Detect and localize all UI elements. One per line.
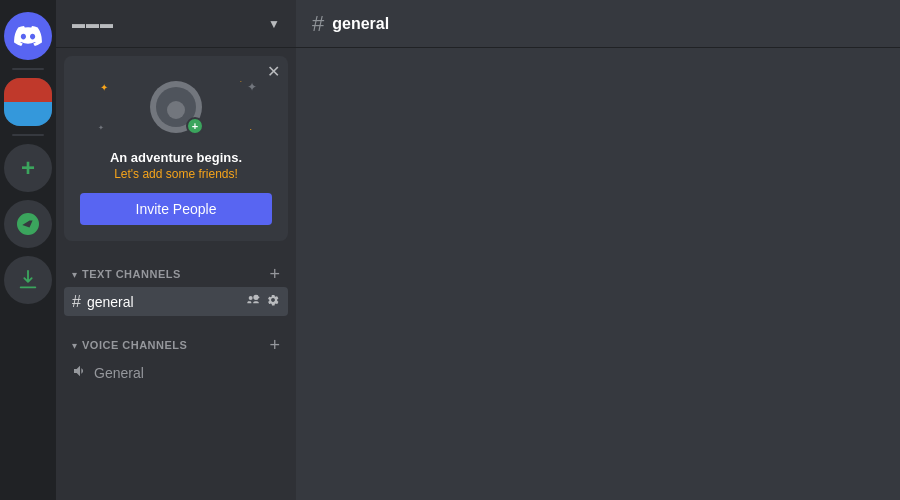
text-channels-title: TEXT CHANNELS <box>82 268 181 280</box>
add-text-channel-button[interactable]: + <box>269 265 280 283</box>
voice-channels-title: VOICE CHANNELS <box>82 339 187 351</box>
invite-popup: ✕ ✦ · ✦ ✦ · + An adventure begins. Let's… <box>64 56 288 241</box>
chevron-down-icon: ▼ <box>268 17 280 31</box>
main-chat-area <box>296 48 900 500</box>
sparkle-icon-3: ✦ <box>98 124 104 132</box>
hash-icon: # <box>72 293 81 311</box>
server-divider <box>12 68 44 70</box>
channel-action-buttons <box>246 292 280 311</box>
server-avatar-icon[interactable] <box>4 78 52 126</box>
server-name-header[interactable]: ▬▬▬ ▼ <box>56 0 296 48</box>
channel-sidebar: ▬▬▬ ▼ ✕ ✦ · ✦ ✦ · + An adventure begins.… <box>56 0 296 500</box>
voice-channel-name: General <box>94 365 280 381</box>
invite-illustration: ✦ · ✦ ✦ · + <box>80 72 272 142</box>
main-header-hash-icon: # <box>312 11 324 37</box>
explore-servers-button[interactable] <box>4 200 52 248</box>
sparkle-icon-2: · <box>240 77 242 86</box>
voice-channels-section: ▾ VOICE CHANNELS + General <box>56 320 296 391</box>
sparkle-icon-1: ✦ <box>100 82 108 93</box>
sparkle-icon-4: ✦ <box>247 80 257 94</box>
main-header-channel-name: general <box>332 15 389 33</box>
text-channel-general[interactable]: # general <box>64 287 288 316</box>
text-channels-header[interactable]: ▾ TEXT CHANNELS + <box>64 265 288 283</box>
invite-main-text: An adventure begins. <box>80 150 272 165</box>
main-header: # general <box>296 0 900 48</box>
invite-people-button[interactable]: Invite People <box>80 193 272 225</box>
sparkle-icon-5: · <box>249 124 252 134</box>
voice-channels-header[interactable]: ▾ VOICE CHANNELS + <box>64 336 288 354</box>
text-channels-section: ▾ TEXT CHANNELS + # general <box>56 249 296 320</box>
channel-name-label: general <box>87 294 240 310</box>
speaker-icon <box>72 363 88 382</box>
settings-icon[interactable] <box>266 293 280 310</box>
invite-sub-text: Let's add some friends! <box>80 167 272 181</box>
main-content: # general <box>296 0 900 500</box>
add-voice-channel-button[interactable]: + <box>269 336 280 354</box>
server-divider-2 <box>12 134 44 136</box>
avatar-plus-badge: + <box>186 117 204 135</box>
voice-channels-collapse-icon: ▾ <box>72 340 77 351</box>
download-apps-button[interactable] <box>4 256 52 304</box>
add-server-button[interactable]: + <box>4 144 52 192</box>
server-name-title: ▬▬▬ <box>72 16 114 31</box>
voice-channel-general[interactable]: General <box>64 358 288 387</box>
avatar-head <box>167 101 185 119</box>
text-channels-collapse-icon: ▾ <box>72 269 77 280</box>
server-sidebar: + <box>0 0 56 500</box>
add-member-icon[interactable] <box>246 292 262 311</box>
discord-home-button[interactable] <box>4 12 52 60</box>
avatar-circle: + <box>150 81 202 133</box>
